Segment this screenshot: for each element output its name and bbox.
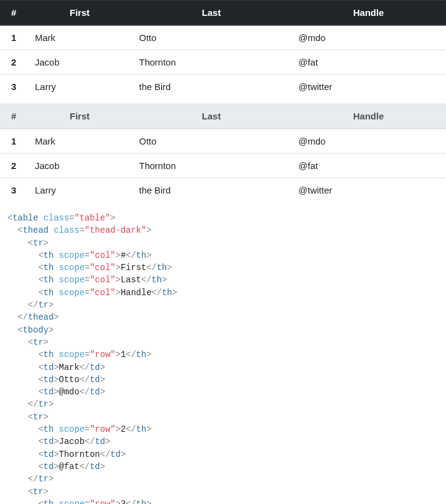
code-token: >: [146, 499, 151, 504]
example-table-light: # First Last Handle 1 Mark Otto @mdo 2 J…: [0, 103, 446, 202]
code-token: td: [89, 462, 100, 472]
code-token: >: [115, 288, 120, 298]
code-token: td: [95, 437, 105, 446]
code-token: th: [43, 275, 54, 285]
code-token: </: [28, 399, 39, 409]
col-header-num: #: [0, 104, 28, 129]
code-token: >: [48, 474, 53, 484]
code-token: </: [80, 387, 90, 397]
code-token: [7, 363, 38, 372]
code-token: th: [136, 350, 146, 359]
code-token: =: [80, 225, 85, 235]
code-token: [7, 499, 38, 504]
code-token: [54, 499, 59, 504]
code-token: >: [43, 487, 48, 497]
cell-num: 2: [0, 154, 28, 178]
code-token: <: [38, 499, 43, 504]
code-token: tr: [33, 238, 43, 248]
table-row: 1 Mark Otto @mdo: [0, 25, 446, 50]
code-token: th: [43, 263, 54, 273]
code-token: [7, 300, 28, 310]
code-token: [7, 474, 28, 484]
code-token: </: [18, 312, 28, 322]
code-token: >: [54, 449, 59, 459]
cell-last: Otto: [132, 129, 291, 154]
code-token: >: [115, 499, 120, 504]
code-token: tr: [33, 412, 43, 422]
code-token: </: [126, 499, 136, 504]
code-token: >: [105, 437, 110, 446]
code-token: Last: [121, 275, 142, 285]
code-token: >: [146, 225, 151, 235]
code-token: >: [100, 363, 105, 372]
col-header-handle: Handle: [291, 1, 446, 26]
code-token: <: [28, 487, 33, 497]
code-token: >: [48, 300, 53, 310]
code-token: th: [136, 250, 146, 260]
code-token: </: [126, 250, 136, 260]
code-token: <: [38, 288, 43, 298]
code-token: >: [43, 337, 48, 347]
code-token: </: [28, 474, 39, 484]
code-token: >: [100, 462, 105, 472]
code-token: tbody: [23, 325, 48, 335]
code-token: >: [48, 399, 53, 409]
code-token: td: [43, 449, 54, 459]
col-header-last: Last: [132, 104, 291, 129]
code-token: >: [48, 325, 53, 335]
code-token: <: [38, 387, 43, 397]
code-token: td: [89, 387, 100, 397]
cell-num: 1: [0, 25, 28, 50]
code-token: <: [38, 275, 43, 285]
code-token: [7, 375, 38, 385]
code-token: "thead-dark": [85, 225, 146, 235]
code-token: td: [43, 462, 54, 472]
code-token: >: [115, 424, 120, 434]
code-token: [7, 399, 28, 409]
table-row: 2 Jacob Thornton @fat: [0, 154, 446, 178]
code-token: >: [115, 350, 120, 359]
code-token: [7, 412, 28, 422]
code-token: Thornton: [59, 449, 100, 459]
code-token: td: [43, 387, 54, 397]
cell-last: the Bird: [132, 75, 291, 99]
code-token: >: [167, 263, 172, 273]
col-header-handle: Handle: [291, 104, 446, 129]
code-token: <: [38, 363, 43, 372]
code-token: [54, 250, 59, 260]
code-token: >: [43, 412, 48, 422]
code-token: >: [54, 462, 59, 472]
code-token: [7, 288, 38, 298]
code-token: "col": [89, 250, 115, 260]
code-token: >: [54, 437, 59, 446]
cell-first: Larry: [28, 178, 132, 203]
code-token: </: [146, 263, 157, 273]
code-token: scope: [59, 250, 85, 260]
code-token: First: [121, 263, 146, 273]
code-token: scope: [59, 350, 85, 359]
code-token: </: [151, 288, 162, 298]
code-token: @fat: [59, 462, 80, 472]
code-token: "col": [89, 275, 115, 285]
cell-last: Thornton: [132, 50, 291, 75]
cell-handle: @twitter: [291, 75, 446, 99]
code-token: td: [43, 437, 54, 446]
code-token: >: [146, 350, 151, 359]
code-token: >: [54, 375, 59, 385]
code-token: <: [38, 250, 43, 260]
code-token: [54, 288, 59, 298]
code-token: >: [100, 375, 105, 385]
code-token: [54, 350, 59, 359]
code-token: <: [38, 350, 43, 359]
code-token: <: [38, 437, 43, 446]
col-header-first: First: [28, 1, 132, 26]
example-table-dark: # First Last Handle 1 Mark Otto @mdo 2 J…: [0, 0, 446, 99]
code-token: <: [28, 412, 33, 422]
code-token: </: [100, 449, 110, 459]
code-token: >: [121, 449, 126, 459]
code-token: </: [80, 462, 90, 472]
code-token: >: [110, 213, 115, 223]
table-header-row: # First Last Handle: [0, 104, 446, 129]
code-token: @mdo: [59, 387, 80, 397]
code-token: <: [38, 449, 43, 459]
